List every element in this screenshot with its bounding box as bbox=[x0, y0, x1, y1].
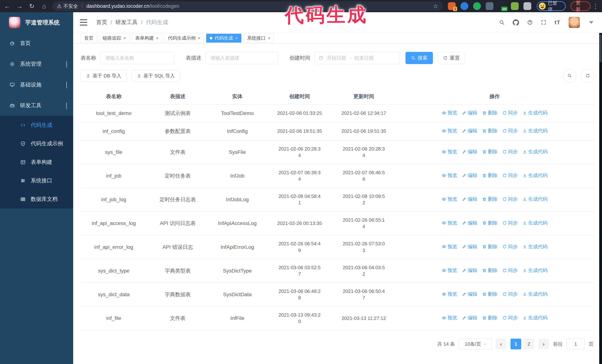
generate-code-link[interactable]: 生成代码 bbox=[523, 243, 548, 250]
extension-puzzle[interactable] bbox=[524, 2, 531, 10]
table-desc-input[interactable] bbox=[206, 52, 278, 64]
sync-link[interactable]: 同步 bbox=[502, 220, 518, 226]
page-button-1[interactable]: 1 bbox=[510, 339, 521, 349]
delete-link[interactable]: 删除 bbox=[482, 128, 497, 134]
tab-6[interactable]: 系统接口× bbox=[244, 34, 274, 42]
delete-link[interactable]: 删除 bbox=[482, 267, 497, 274]
table-name-input[interactable] bbox=[101, 52, 175, 64]
generate-code-link[interactable]: 生成代码 bbox=[523, 110, 548, 116]
preview-link[interactable]: 预览 bbox=[442, 315, 457, 321]
address-bar[interactable]: ⚠不安全 dashboard.yudao.iocoder.cn/tool/cod… bbox=[53, 1, 443, 11]
tab-3[interactable]: 表单构建× bbox=[132, 34, 162, 42]
preview-link[interactable]: 预览 bbox=[442, 196, 457, 202]
preview-link[interactable]: 预览 bbox=[442, 220, 457, 226]
not-secure-warning[interactable]: ⚠不安全 bbox=[57, 3, 78, 10]
edit-link[interactable]: 编辑 bbox=[462, 291, 477, 297]
tab-1[interactable]: 首页 bbox=[81, 34, 97, 42]
user-avatar[interactable] bbox=[569, 17, 580, 28]
delete-link[interactable]: 删除 bbox=[482, 243, 497, 250]
hamburger-icon[interactable] bbox=[80, 19, 87, 26]
edit-link[interactable]: 编辑 bbox=[462, 243, 477, 250]
preview-link[interactable]: 预览 bbox=[442, 267, 457, 274]
extension-grid[interactable] bbox=[486, 2, 494, 10]
edit-link[interactable]: 编辑 bbox=[462, 315, 477, 321]
browser-update-button[interactable]: 更新 bbox=[570, 1, 591, 11]
import-sql-button[interactable]: 基于 SQL 导入 bbox=[131, 70, 180, 82]
close-tab-icon[interactable]: × bbox=[198, 36, 200, 40]
preview-link[interactable]: 预览 bbox=[442, 172, 457, 179]
extension-bot[interactable] bbox=[511, 2, 519, 10]
toggle-search-button[interactable] bbox=[563, 69, 576, 83]
search-button[interactable]: 搜索 bbox=[406, 52, 433, 64]
sync-link[interactable]: 同步 bbox=[502, 315, 518, 321]
page-size-select[interactable]: 10条/页 bbox=[459, 338, 492, 350]
sidebar-subitem-5[interactable]: 数据库文档 bbox=[0, 190, 73, 208]
preview-link[interactable]: 预览 bbox=[442, 128, 457, 134]
profile-chip[interactable]: 已暂停 bbox=[537, 1, 566, 11]
generate-code-link[interactable]: 生成代码 bbox=[523, 172, 548, 179]
edit-link[interactable]: 编辑 bbox=[462, 196, 477, 202]
generate-code-link[interactable]: 生成代码 bbox=[523, 128, 548, 134]
sync-link[interactable]: 同步 bbox=[502, 196, 518, 202]
sync-link[interactable]: 同步 bbox=[502, 172, 518, 179]
close-tab-icon[interactable]: × bbox=[268, 36, 270, 40]
refresh-table-button[interactable] bbox=[581, 69, 595, 83]
delete-link[interactable]: 删除 bbox=[482, 148, 497, 155]
sidebar-item-4[interactable]: 研发工具 bbox=[0, 95, 73, 116]
generate-code-link[interactable]: 生成代码 bbox=[523, 220, 548, 226]
preview-link[interactable]: 预览 bbox=[442, 291, 457, 297]
fullscreen-icon[interactable] bbox=[541, 20, 547, 25]
delete-link[interactable]: 删除 bbox=[482, 291, 497, 297]
sidebar-subitem-4[interactable]: 系统接口 bbox=[0, 171, 73, 190]
sync-link[interactable]: 同步 bbox=[502, 148, 518, 155]
breadcrumb-item[interactable]: 研发工具 bbox=[115, 19, 138, 26]
tab-4[interactable]: 代码生成示例× bbox=[164, 34, 204, 42]
forward-icon[interactable]: → bbox=[14, 1, 24, 11]
extension-gem[interactable] bbox=[461, 2, 468, 10]
app-logo[interactable]: 芋道管理系统 bbox=[0, 12, 73, 33]
page-scrollbar[interactable] bbox=[599, 33, 602, 364]
edit-link[interactable]: 编辑 bbox=[462, 172, 477, 179]
delete-link[interactable]: 删除 bbox=[482, 172, 497, 179]
breadcrumb-item[interactable]: 代码生成 bbox=[146, 19, 168, 26]
extension-onoff[interactable]: on bbox=[498, 2, 506, 10]
page-button-2[interactable]: 2 bbox=[524, 339, 534, 349]
home-icon[interactable]: ⌂ bbox=[39, 1, 49, 11]
next-page-button[interactable]: › bbox=[538, 339, 549, 349]
browser-menu-icon[interactable]: ⋮ bbox=[592, 2, 599, 10]
delete-link[interactable]: 删除 bbox=[482, 220, 497, 226]
preview-link[interactable]: 预览 bbox=[442, 243, 457, 250]
date-range-picker[interactable]: 开始日期 - 结束日期 bbox=[315, 52, 400, 64]
generate-code-link[interactable]: 生成代码 bbox=[523, 315, 548, 321]
edit-link[interactable]: 编辑 bbox=[462, 267, 477, 274]
import-db-button[interactable]: 基于 DB 导入 bbox=[81, 70, 127, 82]
extension-check[interactable] bbox=[473, 2, 481, 10]
github-icon[interactable] bbox=[513, 19, 519, 26]
sync-link[interactable]: 同步 bbox=[502, 291, 518, 297]
edit-link[interactable]: 编辑 bbox=[462, 128, 477, 134]
font-size-icon[interactable]: tT bbox=[555, 19, 560, 26]
sidebar-subitem-2[interactable]: 代码生成示例 bbox=[0, 135, 73, 153]
generate-code-link[interactable]: 生成代码 bbox=[523, 291, 548, 297]
generate-code-link[interactable]: 生成代码 bbox=[523, 196, 548, 202]
extension-orange[interactable]: 1 bbox=[448, 2, 456, 10]
help-icon[interactable] bbox=[527, 20, 533, 25]
bookmark-star-icon[interactable]: ☆ bbox=[433, 3, 439, 10]
start-date-placeholder[interactable]: 开始日期 bbox=[327, 55, 346, 61]
avatar-caret-icon[interactable] bbox=[589, 21, 593, 24]
sidebar-item-3[interactable]: 基础设施 bbox=[0, 74, 73, 95]
reload-icon[interactable]: ↻ bbox=[27, 1, 37, 11]
close-tab-icon[interactable]: × bbox=[123, 36, 126, 40]
prev-page-button[interactable]: ‹ bbox=[496, 339, 506, 349]
goto-page-input[interactable] bbox=[567, 339, 585, 349]
close-tab-icon[interactable]: × bbox=[156, 36, 159, 40]
sync-link[interactable]: 同步 bbox=[502, 128, 518, 134]
generate-code-link[interactable]: 生成代码 bbox=[523, 148, 548, 155]
search-icon[interactable] bbox=[499, 20, 505, 25]
back-icon[interactable]: ← bbox=[2, 1, 12, 11]
sync-link[interactable]: 同步 bbox=[502, 110, 518, 116]
edit-link[interactable]: 编辑 bbox=[462, 148, 477, 155]
end-date-placeholder[interactable]: 结束日期 bbox=[354, 55, 374, 61]
preview-link[interactable]: 预览 bbox=[442, 110, 457, 116]
sync-link[interactable]: 同步 bbox=[502, 267, 518, 274]
